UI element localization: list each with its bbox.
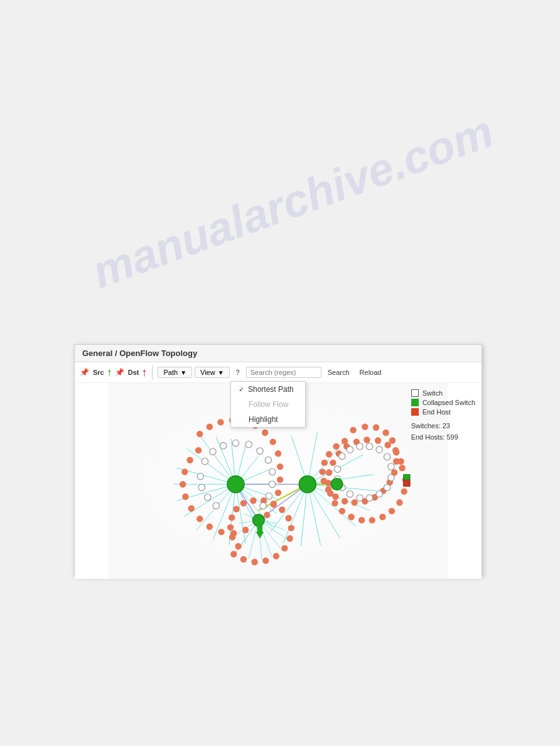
- svg-point-68: [242, 527, 249, 533]
- legend-item-endhost: End Host: [411, 408, 475, 416]
- search-input[interactable]: [246, 367, 321, 378]
- svg-point-167: [376, 491, 382, 497]
- svg-point-156: [198, 484, 205, 490]
- svg-point-64: [275, 490, 281, 496]
- svg-point-153: [260, 502, 266, 509]
- svg-point-175: [299, 476, 316, 493]
- svg-point-177: [331, 478, 343, 490]
- svg-point-73: [188, 505, 194, 511]
- svg-point-119: [363, 436, 370, 443]
- svg-point-149: [265, 457, 271, 463]
- svg-point-78: [195, 447, 202, 453]
- view-dropdown-button[interactable]: View ▼: [195, 367, 230, 378]
- svg-point-72: [197, 516, 203, 522]
- svg-point-162: [376, 446, 382, 453]
- view-chevron-icon: ▼: [218, 369, 224, 376]
- svg-point-125: [240, 556, 247, 563]
- legend-collapsed-icon: [411, 399, 419, 406]
- svg-point-109: [348, 514, 354, 520]
- svg-point-152: [266, 493, 272, 499]
- svg-point-110: [339, 508, 345, 514]
- svg-point-82: [382, 430, 389, 436]
- svg-point-146: [232, 440, 239, 446]
- svg-point-92: [342, 498, 348, 504]
- svg-point-155: [204, 494, 210, 500]
- svg-point-130: [287, 535, 293, 541]
- svg-point-165: [388, 475, 394, 481]
- toolbar: 📌 Src ↑ 📌 Dst ↑ Path ▼ View ▼ ? Search R…: [75, 362, 482, 383]
- path-label: Path: [163, 369, 178, 376]
- view-label: View: [200, 369, 215, 376]
- svg-point-168: [366, 495, 372, 501]
- svg-point-142: [235, 543, 241, 549]
- menu-item-shortest-path[interactable]: Shortest Path: [231, 382, 305, 397]
- legend-endhost-label: End Host: [423, 408, 451, 416]
- svg-point-126: [251, 559, 257, 565]
- svg-point-54: [207, 423, 213, 430]
- path-dropdown-button[interactable]: Path ▼: [158, 367, 192, 378]
- svg-point-120: [375, 437, 381, 443]
- menu-item-highlight[interactable]: Highlight: [231, 412, 305, 427]
- svg-point-53: [197, 431, 203, 437]
- svg-point-62: [277, 463, 283, 470]
- svg-point-111: [331, 500, 338, 506]
- svg-point-133: [279, 507, 285, 513]
- path-chevron-icon: ▼: [180, 369, 186, 376]
- svg-point-144: [210, 448, 216, 455]
- svg-point-138: [233, 506, 239, 512]
- svg-point-108: [358, 517, 365, 523]
- svg-point-91: [351, 499, 357, 505]
- svg-point-151: [269, 481, 275, 487]
- svg-point-143: [202, 458, 208, 465]
- svg-point-103: [401, 488, 407, 494]
- src-pin-icon: 📌: [80, 368, 89, 377]
- svg-point-147: [245, 441, 252, 448]
- svg-point-61: [275, 450, 281, 457]
- legend-item-collapsed: Collapsed Switch: [411, 399, 475, 406]
- svg-point-139: [229, 514, 235, 521]
- svg-point-98: [326, 451, 332, 457]
- legend-endhost-icon: [411, 408, 419, 416]
- svg-point-158: [339, 453, 345, 459]
- svg-point-74: [182, 494, 188, 500]
- svg-point-128: [273, 553, 279, 559]
- svg-point-112: [327, 490, 333, 497]
- svg-point-140: [227, 524, 234, 531]
- svg-point-70: [218, 529, 224, 535]
- svg-point-123: [397, 458, 404, 465]
- svg-point-121: [385, 442, 391, 448]
- svg-point-159: [347, 446, 353, 453]
- svg-point-55: [217, 419, 223, 425]
- svg-point-63: [277, 477, 283, 483]
- svg-point-131: [288, 525, 294, 531]
- svg-point-71: [207, 524, 213, 530]
- watermark-text: manualarchive.com: [85, 105, 500, 298]
- svg-point-170: [347, 491, 353, 497]
- svg-rect-178: [404, 480, 410, 486]
- svg-rect-181: [257, 526, 262, 532]
- svg-point-124: [230, 551, 237, 557]
- svg-point-150: [269, 468, 275, 475]
- svg-point-101: [399, 465, 405, 471]
- svg-point-104: [396, 499, 402, 505]
- path-dropdown-menu: Shortest Path Follow Flow Highlight: [230, 381, 306, 428]
- svg-point-81: [373, 424, 379, 431]
- menu-item-follow-flow-label: Follow Flow: [249, 400, 288, 409]
- legend: Switch Collapsed Switch End Host Switche…: [411, 389, 475, 443]
- svg-point-154: [213, 502, 219, 509]
- svg-point-132: [285, 515, 291, 521]
- search-button[interactable]: Search: [324, 367, 353, 377]
- legend-stats: Switches: 23 End Hosts: 599: [411, 421, 475, 443]
- title-bar: General / OpenFlow Topology: [75, 345, 482, 362]
- reload-button[interactable]: Reload: [356, 367, 385, 377]
- svg-point-115: [330, 460, 336, 466]
- help-button[interactable]: ?: [232, 367, 244, 377]
- svg-point-66: [264, 512, 270, 518]
- svg-point-164: [388, 463, 394, 470]
- svg-point-96: [320, 468, 326, 475]
- dst-arrow-icon: ↑: [141, 367, 147, 378]
- svg-point-75: [180, 481, 186, 487]
- svg-point-97: [321, 460, 328, 466]
- menu-item-follow-flow[interactable]: Follow Flow: [231, 397, 305, 412]
- svg-point-99: [333, 443, 339, 450]
